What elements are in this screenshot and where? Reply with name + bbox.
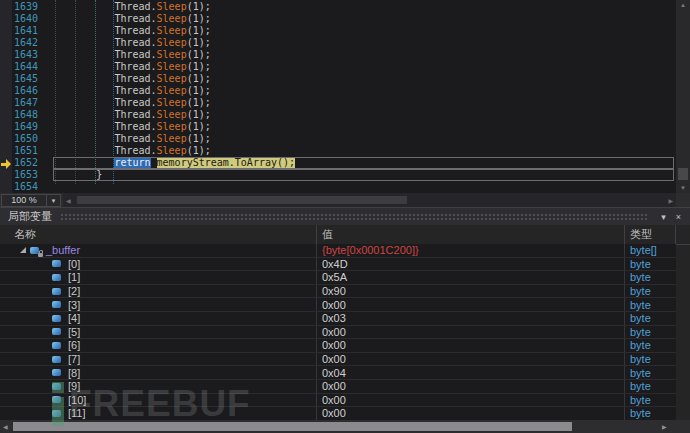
locals-title-bar[interactable]: 局部变量 ▾ × bbox=[0, 208, 690, 225]
locals-type-cell: byte bbox=[625, 326, 676, 339]
locals-value-cell[interactable]: 0x00 bbox=[317, 353, 625, 366]
code-text[interactable]: Thread.Sleep(1); bbox=[0, 85, 211, 97]
field-cube-icon bbox=[52, 301, 61, 308]
locals-hscroll-thumb[interactable] bbox=[13, 422, 572, 431]
locals-row[interactable]: [11]0x00byte bbox=[0, 407, 676, 421]
scroll-left-icon[interactable]: ◀ bbox=[3, 423, 8, 430]
locals-row[interactable]: _buffer{byte[0x0001C200]}byte[] bbox=[0, 244, 676, 258]
locals-row[interactable]: [3]0x00byte bbox=[0, 298, 676, 312]
locals-row[interactable]: [0]0x4Dbyte bbox=[0, 258, 676, 272]
zoom-level-control[interactable]: 100 % bbox=[1, 194, 47, 207]
code-line[interactable]: 1639 Thread.Sleep(1); bbox=[0, 1, 676, 13]
code-text[interactable]: Thread.Sleep(1); bbox=[0, 49, 211, 61]
code-text[interactable]: Thread.Sleep(1); bbox=[0, 97, 211, 109]
code-line[interactable]: 1648 Thread.Sleep(1); bbox=[0, 109, 676, 121]
field-icon bbox=[52, 409, 63, 418]
editor-vertical-scrollbar[interactable]: ▲ ▼ bbox=[676, 0, 690, 193]
code-line[interactable]: 1646 Thread.Sleep(1); bbox=[0, 85, 676, 97]
field-icon bbox=[52, 382, 63, 391]
column-header-type[interactable]: 类型 bbox=[625, 225, 676, 244]
code-text[interactable]: Thread.Sleep(1); bbox=[0, 145, 211, 157]
code-text[interactable]: Thread.Sleep(1); bbox=[0, 109, 211, 121]
code-text[interactable]: Thread.Sleep(1); bbox=[0, 25, 211, 37]
locals-type-cell: byte bbox=[625, 298, 676, 311]
locals-row[interactable]: [5]0x00byte bbox=[0, 326, 676, 340]
zoom-dropdown-icon[interactable]: ▼ bbox=[47, 194, 61, 207]
locals-type-cell: byte bbox=[625, 312, 676, 325]
locals-value-cell[interactable]: 0x90 bbox=[317, 285, 625, 298]
editor-horizontal-scrollbar[interactable]: ◀ ▶ bbox=[63, 193, 676, 207]
expander-icon[interactable] bbox=[20, 247, 26, 253]
column-header-value[interactable]: 值 bbox=[317, 225, 625, 244]
code-line[interactable]: 1645 Thread.Sleep(1); bbox=[0, 73, 676, 85]
code-text[interactable]: Thread.Sleep(1); bbox=[0, 37, 211, 49]
code-token: (1); bbox=[187, 25, 211, 36]
code-line[interactable]: 1647 Thread.Sleep(1); bbox=[0, 97, 676, 109]
variable-value: 0x90 bbox=[322, 285, 346, 297]
locals-row[interactable]: [6]0x00byte bbox=[0, 339, 676, 353]
current-statement-arrow-icon[interactable] bbox=[1, 159, 12, 169]
field-cube-icon bbox=[52, 274, 61, 281]
code-text[interactable]: return memoryStream.ToArray(); bbox=[0, 157, 295, 169]
locals-name-cell: [5] bbox=[0, 326, 317, 339]
locals-value-cell[interactable]: 0x03 bbox=[317, 312, 625, 325]
locals-value-cell[interactable]: 0x4D bbox=[317, 258, 625, 271]
code-line[interactable]: 1654 bbox=[0, 181, 676, 193]
locals-row[interactable]: [1]0x5Abyte bbox=[0, 271, 676, 285]
locals-type-cell: byte bbox=[625, 407, 676, 420]
code-line[interactable]: 1641 Thread.Sleep(1); bbox=[0, 25, 676, 37]
locals-value-cell[interactable]: 0x00 bbox=[317, 298, 625, 311]
editor-vscroll-thumb[interactable] bbox=[678, 168, 688, 180]
locals-value-cell[interactable]: 0x00 bbox=[317, 339, 625, 352]
locals-name-cell: [3] bbox=[0, 298, 317, 311]
locals-row[interactable]: [10]0x00byte bbox=[0, 394, 676, 408]
locals-row[interactable]: [4]0x03byte bbox=[0, 312, 676, 326]
column-header-name[interactable]: 名称 bbox=[0, 225, 317, 244]
locals-value-cell[interactable]: 0x00 bbox=[317, 394, 625, 407]
code-token: (1); bbox=[187, 73, 211, 84]
code-text[interactable]: } bbox=[0, 169, 102, 181]
locals-value-cell[interactable]: 0x00 bbox=[317, 407, 625, 420]
code-line[interactable]: 1653 } bbox=[0, 169, 676, 181]
editor-hscroll-thumb[interactable] bbox=[77, 196, 407, 204]
code-line[interactable]: 1651 Thread.Sleep(1); bbox=[0, 145, 676, 157]
locals-value-cell[interactable]: 0x00 bbox=[317, 326, 625, 339]
code-text[interactable]: Thread.Sleep(1); bbox=[0, 133, 211, 145]
code-text[interactable]: Thread.Sleep(1); bbox=[0, 1, 211, 13]
locals-row[interactable]: [8]0x04byte bbox=[0, 366, 676, 380]
code-line[interactable]: 1649 Thread.Sleep(1); bbox=[0, 121, 676, 133]
scroll-left-icon[interactable]: ◀ bbox=[66, 197, 71, 204]
code-token: Sleep bbox=[157, 1, 187, 12]
locals-value-cell[interactable]: 0x5A bbox=[317, 271, 625, 284]
code-token bbox=[0, 49, 114, 60]
code-line[interactable]: 1640 Thread.Sleep(1); bbox=[0, 13, 676, 25]
locals-row[interactable]: [7]0x00byte bbox=[0, 353, 676, 367]
scroll-right-icon[interactable]: ▶ bbox=[668, 197, 673, 204]
locals-value-cell[interactable]: 0x00 bbox=[317, 380, 625, 393]
locals-value-cell[interactable]: {byte[0x0001C200]} bbox=[317, 244, 625, 257]
close-icon[interactable]: × bbox=[671, 212, 686, 222]
code-text[interactable]: Thread.Sleep(1); bbox=[0, 121, 211, 133]
code-token: (1); bbox=[187, 109, 211, 120]
code-line[interactable]: 1643 Thread.Sleep(1); bbox=[0, 49, 676, 61]
code-line[interactable]: 1650 Thread.Sleep(1); bbox=[0, 133, 676, 145]
code-text[interactable]: Thread.Sleep(1); bbox=[0, 73, 211, 85]
locals-value-cell[interactable]: 0x04 bbox=[317, 366, 625, 379]
code-line[interactable]: 1642 Thread.Sleep(1); bbox=[0, 37, 676, 49]
locals-row[interactable]: [9]0x00byte bbox=[0, 380, 676, 394]
code-token: Thread. bbox=[114, 121, 156, 132]
scroll-down-icon[interactable]: ▼ bbox=[676, 185, 690, 191]
scroll-right-icon[interactable]: ▶ bbox=[662, 423, 667, 430]
locals-horizontal-scrollbar[interactable]: ◀ ▶ bbox=[0, 420, 690, 433]
code-line[interactable]: 1652 return memoryStream.ToArray(); bbox=[0, 157, 676, 169]
code-line[interactable]: 1644 Thread.Sleep(1); bbox=[0, 61, 676, 73]
code-editor[interactable]: 1639 Thread.Sleep(1);1640 Thread.Sleep(1… bbox=[0, 0, 690, 193]
window-position-menu-icon[interactable]: ▾ bbox=[656, 212, 671, 222]
code-text[interactable]: Thread.Sleep(1); bbox=[0, 13, 211, 25]
code-token: (1); bbox=[187, 121, 211, 132]
variable-value: 0x00 bbox=[322, 326, 346, 338]
field-cube-icon bbox=[52, 260, 61, 267]
scroll-up-icon[interactable]: ▲ bbox=[676, 2, 690, 8]
locals-row[interactable]: [2]0x90byte bbox=[0, 285, 676, 299]
code-text[interactable]: Thread.Sleep(1); bbox=[0, 61, 211, 73]
